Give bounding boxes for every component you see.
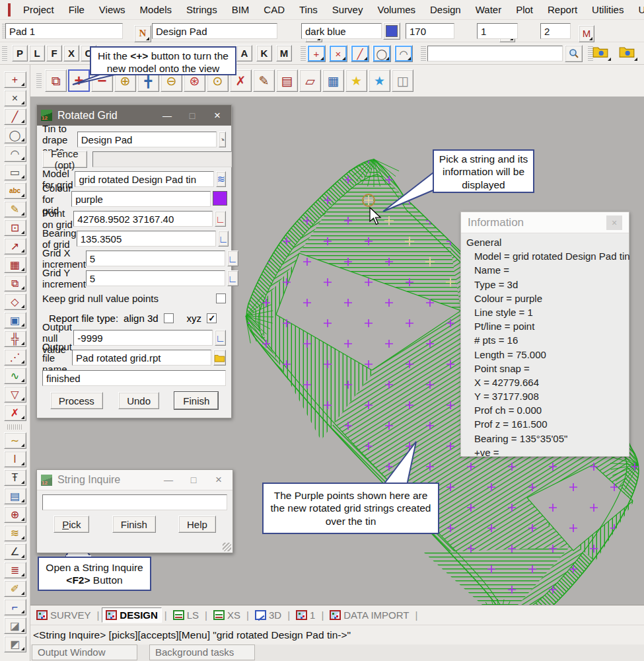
menu-tins[interactable]: Tins xyxy=(292,1,325,18)
weight-input[interactable] xyxy=(540,23,571,39)
align3d-checkbox[interactable] xyxy=(164,313,174,323)
pencil-wave[interactable]: ≋ xyxy=(4,525,26,541)
colour-input[interactable] xyxy=(301,23,382,39)
create-rectangle[interactable]: ▭ xyxy=(4,164,26,180)
toolbar-drag-handle[interactable] xyxy=(2,46,7,61)
profile-points[interactable]: ⋰ xyxy=(4,349,26,366)
grid-y-input[interactable] xyxy=(86,270,225,286)
create-circle[interactable]: ◯ xyxy=(4,127,26,143)
taskbar-output-window[interactable]: Output Window xyxy=(32,644,137,660)
gridy-picker-icon[interactable]: ∟ xyxy=(227,270,238,286)
xyz-checkbox[interactable]: ✓ xyxy=(207,313,217,323)
menu-cad[interactable]: CAD xyxy=(256,1,292,18)
menu-user[interactable]: User xyxy=(631,1,644,18)
menu-survey[interactable]: Survey xyxy=(325,1,371,18)
cross-snap-icon[interactable]: × xyxy=(329,45,347,62)
null-picker-icon[interactable]: ∟ xyxy=(215,330,226,346)
create-arc[interactable]: ◠ xyxy=(4,145,26,162)
create-line[interactable]: ╱ xyxy=(4,108,26,125)
information-titlebar[interactable]: Information × xyxy=(461,212,629,233)
linestyle-input[interactable] xyxy=(477,23,518,39)
string-inquire-titlebar[interactable]: String Inquire — □ × xyxy=(37,470,233,490)
plot-printer[interactable]: ▤ xyxy=(276,69,298,92)
note-edit[interactable]: ▤ xyxy=(4,488,26,504)
string-editor[interactable]: ⊕ xyxy=(4,506,26,523)
close-icon[interactable]: × xyxy=(207,109,227,122)
string-tools[interactable]: ✐ xyxy=(4,580,26,597)
gridx-picker-icon[interactable]: ∟ xyxy=(227,251,238,266)
folder-functions-icon[interactable] xyxy=(619,45,639,62)
insert-image[interactable]: ▣ xyxy=(4,312,26,329)
snap-toggle-x[interactable]: X xyxy=(63,45,79,61)
menu-file[interactable]: File xyxy=(61,1,92,18)
undo-button[interactable]: Undo xyxy=(118,392,159,409)
fence-button[interactable]: Fence (opt) xyxy=(42,151,87,168)
survey-instrument[interactable]: Ŧ xyxy=(4,469,26,486)
maximize-icon[interactable]: □ xyxy=(184,475,203,485)
tin-chooser-icon[interactable]: ◔ xyxy=(219,132,226,147)
toolbar-drag-handle[interactable] xyxy=(36,73,42,88)
bearing-input[interactable] xyxy=(77,231,216,247)
minimize-icon[interactable]: — xyxy=(159,475,178,485)
search-button[interactable] xyxy=(565,45,583,62)
colour-swatch-button[interactable] xyxy=(383,22,400,40)
menu-models[interactable]: Models xyxy=(133,1,179,18)
fence-input[interactable] xyxy=(92,151,232,167)
copy-pages[interactable]: ▱ xyxy=(299,69,321,92)
folder-browse-icon[interactable] xyxy=(213,350,226,366)
window-tile[interactable]: ◫ xyxy=(392,69,413,92)
arc-snap-icon[interactable]: ◠ xyxy=(394,45,413,62)
model-chooser-icon[interactable]: ≋ xyxy=(216,171,226,187)
tab-data-import[interactable]: DATA IMPORT xyxy=(326,608,412,622)
height-input[interactable] xyxy=(406,23,454,39)
colour-for-grid-input[interactable] xyxy=(71,191,211,207)
corner-profile[interactable]: ⌐ xyxy=(4,599,26,615)
grid-x-input[interactable] xyxy=(86,251,225,266)
menu-strings[interactable]: Strings xyxy=(179,1,225,18)
angle-dimension[interactable]: ∠ xyxy=(4,543,26,560)
measure-bearing[interactable]: ↗ xyxy=(4,238,26,254)
railway-track[interactable]: ≣ xyxy=(4,562,26,578)
tab-3d[interactable]: 3D xyxy=(252,608,285,622)
add-model-plus[interactable]: + xyxy=(68,69,90,92)
point-on-grid-input[interactable] xyxy=(73,211,213,227)
redraw-brush[interactable]: ✎ xyxy=(253,69,275,92)
sheet-grid[interactable]: ▦ xyxy=(322,69,344,92)
pick-button[interactable]: Pick xyxy=(54,516,89,533)
edit-pencil[interactable]: ✎ xyxy=(4,201,26,217)
freehand-draw[interactable]: ∼ xyxy=(4,432,26,449)
tab-1[interactable]: 1 xyxy=(293,608,318,622)
menu-utilities[interactable]: Utilities xyxy=(585,1,631,18)
minimize-icon[interactable]: — xyxy=(157,110,177,121)
point-box[interactable]: ⊡ xyxy=(4,219,26,236)
tin-input[interactable] xyxy=(77,132,217,147)
tab-design[interactable]: DESIGN xyxy=(102,607,162,623)
colour-line[interactable]: ∿ xyxy=(4,368,26,384)
points-cross[interactable]: × xyxy=(4,90,26,106)
menu-water[interactable]: Water xyxy=(468,1,509,18)
snap-toggle-k[interactable]: K xyxy=(256,45,272,61)
favourites-star-yellow[interactable]: ★ xyxy=(345,69,367,92)
colour-swatch[interactable] xyxy=(213,191,227,207)
cad-name-input[interactable] xyxy=(5,23,123,39)
snap-toggle-m[interactable]: M xyxy=(276,45,292,61)
menu-plot[interactable]: Plot xyxy=(509,1,540,18)
line-snap-icon[interactable]: ╱ xyxy=(351,45,369,62)
menu-views[interactable]: Views xyxy=(92,1,133,18)
tab-xs[interactable]: XS xyxy=(210,608,244,622)
process-button[interactable]: Process xyxy=(50,392,103,409)
menu-volumes[interactable]: Volumes xyxy=(370,1,423,18)
name-picker-button[interactable]: N xyxy=(134,25,151,42)
snap-toggle-l[interactable]: L xyxy=(29,45,45,61)
move-translate[interactable]: ╬ xyxy=(4,330,26,347)
polygon-create[interactable]: ◇ xyxy=(4,293,26,310)
tin-inquire[interactable]: ◩ xyxy=(4,636,26,652)
fence-shield[interactable]: ▽ xyxy=(4,386,26,403)
menu-report[interactable]: Report xyxy=(540,1,585,18)
menu-bim[interactable]: BIM xyxy=(225,1,257,18)
menu-project[interactable]: Project xyxy=(16,1,61,18)
folder-models-icon[interactable] xyxy=(592,45,612,62)
taskbar-background-tasks[interactable]: Background tasks xyxy=(149,644,255,660)
close-icon[interactable]: × xyxy=(606,215,622,230)
tab-ls[interactable]: LS xyxy=(170,608,202,622)
